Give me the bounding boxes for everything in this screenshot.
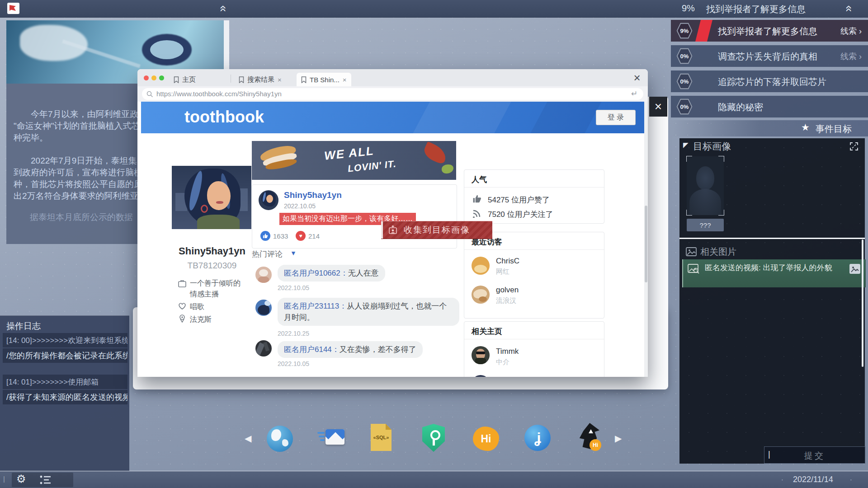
objective-label: 事件目标 [816,123,852,135]
task-row-active[interactable]: 9% 找到举报者了解更多信息 线索 › [671,20,868,42]
sql-label: «SQL» [371,435,392,440]
like-icon-circle[interactable] [260,231,270,241]
page-desc: 中介 [496,358,509,366]
dock-app-dark-hi[interactable]: Hi [576,423,602,451]
unknown-name-button[interactable]: ??? [687,219,724,231]
dock-next-arrow[interactable]: ▶ [615,433,622,444]
dock-app-hook[interactable]: ʝ [524,425,551,451]
enter-icon: ↵ [631,89,637,99]
dock-app-sql[interactable]: «SQL» [371,424,392,451]
visitor-avatar[interactable] [472,257,490,275]
tab-close-icon[interactable]: × [343,76,347,84]
corner-triangle-icon: ◤ [683,141,689,149]
dropdown-triangle-icon[interactable]: ▼ [290,249,297,257]
log-entry-line: [14: 01]>>>>>>>>使用邮箱 [3,375,127,389]
gear-icon[interactable]: ⚙ [16,473,26,485]
collapse-left-icon[interactable]: « [218,5,230,12]
traffic-light-green[interactable] [159,75,164,80]
comment-author[interactable]: 匿名用户231113： [284,302,347,310]
workflow-icon[interactable] [40,475,52,485]
post-avatar[interactable] [259,190,278,210]
heart-icon-circle[interactable]: ♥ [296,231,306,241]
log-entry-line: [14: 00]>>>>>>>>欢迎来到泰坦系统 [3,333,127,347]
heart-count: 214 [308,232,320,240]
comment-author[interactable]: 匿名用户6144： [284,345,340,354]
dock-app-keychain[interactable] [422,424,445,452]
dock-app-hi-chat[interactable]: Hi [473,427,499,451]
tab-profile-active[interactable]: TB Shin... × [297,73,351,86]
target-portrait[interactable] [687,156,724,215]
tab-home[interactable]: 主页 [169,73,200,86]
profile-bio-line2: 情感主播 [190,290,219,299]
url-input[interactable]: https://www.toothbook.ccm/Shiny5hay1yn ↵ [142,88,643,100]
bookmark-icon [174,76,179,83]
profile-bio-line1: 一个善于倾听的 [190,279,241,288]
page-avatar[interactable] [472,346,490,364]
traffic-light-yellow[interactable] [151,75,156,80]
visitor-desc: 流浪汉 [496,296,516,305]
date-dot-left: · [781,476,783,483]
related-pages-card: 相关主页 Timmk 中介 Lion_Shark 商业精英 [464,321,604,377]
page-scrollbar-track[interactable] [644,102,648,377]
page-avatar[interactable] [472,375,490,377]
thumbs-up-icon [472,194,481,203]
comment-text: 无人在意 [348,269,379,277]
related-images-title: 相关图片 [700,246,736,258]
dock-app-browser[interactable] [267,426,293,452]
rss-icon [472,209,481,218]
page-name[interactable]: Timmk [496,347,519,356]
comment-author[interactable]: 匿名用户910662： [284,269,348,277]
tab-search-results[interactable]: 搜索结果 × [234,73,286,86]
task-clue-link[interactable]: 线索 › [840,51,862,62]
tab-close-icon[interactable]: × [278,76,282,84]
task-row[interactable]: 0% 调查芯片丢失背后的真相 线索 › [671,45,868,67]
page-name[interactable]: Lion_Shark [496,376,535,377]
bottom-bar: | ⚙ · 2022/11/14 · [0,471,868,488]
close-icon: × [633,71,640,85]
like-count: 1633 [273,232,288,240]
related-image-item-selected[interactable]: 匿名发送的视频: 出现了举报人的外貌 [682,259,866,287]
collapse-right-icon[interactable]: « [844,5,855,12]
dock-app-mail[interactable] [317,429,344,449]
url-bar-row: https://www.toothbook.ccm/Shiny5hay1yn ↵ [137,86,648,102]
followers-stat: 7520 位用户关注了 [488,209,553,220]
submit-input[interactable]: | 提交 [764,446,865,464]
task-row[interactable]: 0% 隐藏的秘密 [671,96,868,117]
date-dot-right: · [850,476,852,483]
hi-badge: Hi [590,439,601,451]
comment-bubble: 匿名用户6144：又在卖惨，差不多得了 [278,341,423,358]
login-button[interactable]: 登 录 [596,110,636,125]
visitor-name[interactable]: golven [496,286,519,295]
traffic-light-red[interactable] [144,75,149,80]
post-date: 2022.10.05 [284,202,316,210]
app-logo [7,3,19,14]
task-title: 隐藏的秘密 [718,101,763,113]
banner-text-line2: LOVIN' IT. [347,158,397,174]
task-row[interactable]: 0% 追踪芯片的下落并取回芯片 [671,70,868,92]
site-logo[interactable]: toothbook [184,108,264,127]
popularity-title: 人气 [472,174,487,185]
objective-strip: ★ 事件目标 [671,120,868,136]
panel-divider [679,238,865,239]
thumbnail-badge[interactable] [849,264,860,274]
fishhook-icon: ʝ [534,430,541,446]
task-clue-link[interactable]: 线索 › [840,26,862,37]
visitor-avatar[interactable] [472,286,490,304]
banner-image: WE ALL LOVIN' IT. [252,141,456,180]
dock-prev-arrow[interactable]: ◀ [245,433,251,444]
system-date: 2022/11/14 [793,475,833,484]
page-scrollbar-thumb[interactable] [645,206,647,282]
collect-tooltip: 收集到目标画像 [381,221,492,239]
comment-avatar [255,267,272,283]
post-author[interactable]: Shiny5hay1yn [284,190,342,200]
expand-icon[interactable] [849,142,859,151]
panel-scrollbar[interactable] [862,239,863,367]
visitor-name[interactable]: ChrisC [496,257,519,266]
task-progress-hexagon: 0% [676,73,693,89]
related-image-text: 匿名发送的视频: 出现了举报人的外貌 [705,262,839,274]
heart-icon: ♥ [299,233,302,239]
window-close-button[interactable]: × [630,71,644,84]
collect-tooltip-label: 收集到目标画像 [404,224,470,236]
task-progress-hexagon: 0% [676,99,693,115]
overlay-close-button[interactable]: × [649,97,667,117]
